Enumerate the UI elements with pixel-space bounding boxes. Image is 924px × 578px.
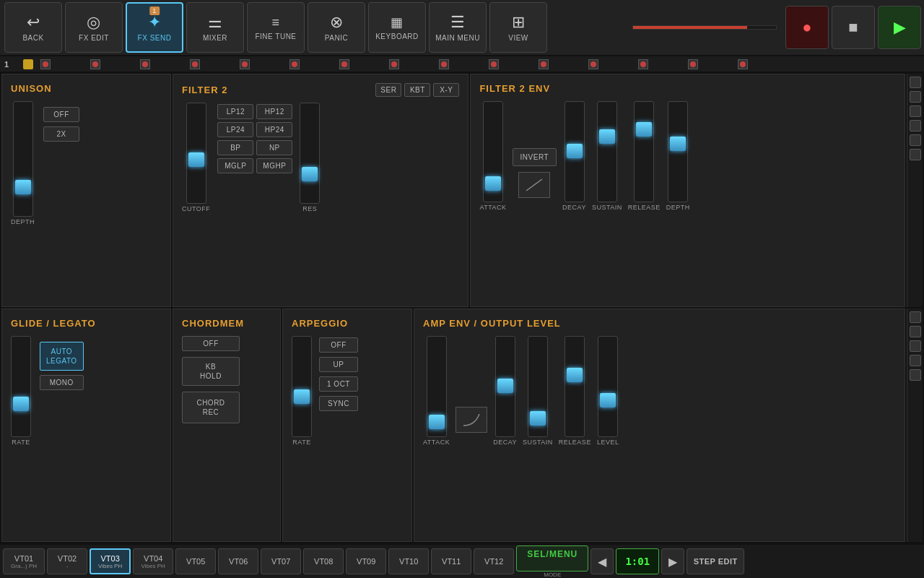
main-menu-button[interactable]: ☰ MAIN MENU xyxy=(429,2,487,53)
vt11-button[interactable]: VT11 xyxy=(431,548,471,574)
filter2env-attack-slider[interactable] xyxy=(483,101,503,202)
fx-edit-button[interactable]: ◎ FX EDIT xyxy=(65,2,123,53)
glide-auto-legato-button[interactable]: AUTOLEGATO xyxy=(40,342,84,371)
side-knob-2[interactable] xyxy=(910,91,921,103)
vt07-button[interactable]: VT07 xyxy=(261,548,301,574)
chordmem-kb-hold-button[interactable]: KBHOLD xyxy=(182,357,240,386)
vt04-button[interactable]: VT04 Vibes PH xyxy=(133,548,173,574)
vt01-button[interactable]: VT01 Gra...) PH xyxy=(3,548,45,574)
ampenv-curve-display xyxy=(456,407,487,433)
side-knob-b2[interactable] xyxy=(910,326,921,337)
side-knob-b1[interactable] xyxy=(910,311,921,323)
channel-btn-15[interactable] xyxy=(688,59,698,69)
nav-next-button[interactable]: ▶ xyxy=(661,548,684,574)
vt05-button[interactable]: VT05 xyxy=(175,548,216,574)
channel-btn-14[interactable] xyxy=(638,59,648,69)
channel-btn-13[interactable] xyxy=(588,59,598,69)
arpeggio-1oct-button[interactable]: 1 OCT xyxy=(319,376,358,392)
filter2-kbt-button[interactable]: KBT xyxy=(404,83,430,97)
unison-off-button[interactable]: OFF xyxy=(43,107,79,122)
vt12-button[interactable]: VT12 xyxy=(474,548,514,574)
arpeggio-sync-button[interactable]: SYNC xyxy=(319,396,358,411)
arpeggio-panel: ARPEGGIO RATE OFF UP 1 OCT SYNC xyxy=(282,309,412,542)
channel-btn-12[interactable] xyxy=(539,59,549,69)
filter2-lp12-button[interactable]: LP12 xyxy=(217,104,253,119)
filter2env-depth-slider[interactable] xyxy=(668,101,688,202)
right-sidebar-bottom xyxy=(907,309,923,542)
filter2-res-slider[interactable] xyxy=(300,103,320,204)
panic-button[interactable]: ⊗ PANIC xyxy=(308,2,365,53)
ampenv-attack-slider[interactable] xyxy=(427,336,447,437)
channel-btn-4[interactable] xyxy=(140,59,150,69)
chordmem-off-button[interactable]: OFF xyxy=(182,336,240,351)
filter2env-invert-button[interactable]: INVERT xyxy=(513,148,557,166)
channel-btn-16[interactable] xyxy=(738,59,748,69)
ampenv-release-slider[interactable] xyxy=(565,336,585,437)
side-knob-6[interactable] xyxy=(910,149,921,160)
filter2env-decay-slider[interactable] xyxy=(565,101,585,202)
transport-controls: ● ■ ▶ xyxy=(632,6,921,49)
fine-tune-button[interactable]: ≡ FINE TUNE xyxy=(247,2,305,53)
unison-depth-slider[interactable] xyxy=(13,101,33,217)
step-edit-button[interactable]: STEP EDIT xyxy=(687,548,744,574)
glide-mono-button[interactable]: MONO xyxy=(40,375,84,390)
unison-buttons: OFF 2X xyxy=(43,107,79,142)
filter2-mglp-button[interactable]: MGLP xyxy=(217,158,253,173)
channel-btn-9[interactable] xyxy=(389,59,399,69)
mode-label: MODE xyxy=(544,571,561,578)
vt03-button[interactable]: VT03 Vibes PH xyxy=(90,548,131,574)
arpeggio-up-button[interactable]: UP xyxy=(319,357,358,372)
side-knob-4[interactable] xyxy=(910,120,921,131)
filter2-mghp-button[interactable]: MGHP xyxy=(256,158,292,173)
nav-prev-button[interactable]: ◀ xyxy=(590,548,614,574)
side-knob-b3[interactable] xyxy=(910,340,921,352)
vt09-button[interactable]: VT09 xyxy=(346,548,386,574)
channel-btn-10[interactable] xyxy=(439,59,449,69)
play-button[interactable]: ▶ xyxy=(878,6,921,49)
side-knob-b4[interactable] xyxy=(910,355,921,366)
filter2env-curve-icon xyxy=(523,176,545,194)
arpeggio-off-button[interactable]: OFF xyxy=(319,337,358,353)
chordmem-chord-rec-button[interactable]: CHORDREC xyxy=(182,392,240,423)
filter2env-sustain-slider[interactable] xyxy=(597,101,617,202)
keyboard-button[interactable]: ▦ KEYBOARD xyxy=(368,2,426,53)
view-button[interactable]: ⊞ VIEW xyxy=(489,2,547,53)
mixer-button[interactable]: ⚌ MIXER xyxy=(186,2,244,53)
channel-btn-8[interactable] xyxy=(339,59,349,69)
sel-menu-button[interactable]: SEL/MENU xyxy=(516,545,588,571)
glide-rate-slider[interactable] xyxy=(11,336,31,437)
filter2env-release-slider[interactable] xyxy=(634,101,654,202)
stop-button[interactable]: ■ xyxy=(832,6,875,49)
filter2-cutoff-slider[interactable] xyxy=(186,103,206,204)
channel-btn-5[interactable] xyxy=(190,59,200,69)
vt02-button[interactable]: VT02 - xyxy=(47,548,87,574)
side-knob-1[interactable] xyxy=(910,77,921,88)
filter2-ser-button[interactable]: SER xyxy=(375,83,401,97)
arpeggio-rate-slider[interactable] xyxy=(292,336,312,437)
vt08-button[interactable]: VT08 xyxy=(303,548,344,574)
ampenv-level-slider[interactable] xyxy=(598,336,618,437)
side-knob-5[interactable] xyxy=(910,134,921,146)
filter2-np-button[interactable]: NP xyxy=(256,140,292,155)
record-button[interactable]: ● xyxy=(785,6,829,49)
filter2-xy-button[interactable]: X-Y xyxy=(433,83,459,97)
side-knob-b5[interactable] xyxy=(910,369,921,381)
vt06-button[interactable]: VT06 xyxy=(218,548,258,574)
channel-active-indicator[interactable] xyxy=(23,59,33,69)
channel-btn-7[interactable] xyxy=(289,59,300,69)
filter2-hp24-button[interactable]: HP24 xyxy=(256,122,292,137)
filter2-hp12-button[interactable]: HP12 xyxy=(256,104,292,119)
ampenv-decay-slider[interactable] xyxy=(495,336,515,437)
ampenv-sustain-slider[interactable] xyxy=(528,336,548,437)
filter2-bp-button[interactable]: BP xyxy=(217,140,253,155)
channel-btn-11[interactable] xyxy=(489,59,499,69)
channel-btn-6[interactable] xyxy=(240,59,250,69)
back-button[interactable]: ↩ BACK xyxy=(4,2,62,53)
unison-2x-button[interactable]: 2X xyxy=(43,126,79,142)
channel-btn-2[interactable] xyxy=(40,59,51,69)
fx-send-button[interactable]: ✦ FX SEND 1 xyxy=(126,2,183,53)
side-knob-3[interactable] xyxy=(910,105,921,117)
filter2-lp24-button[interactable]: LP24 xyxy=(217,122,253,137)
vt10-button[interactable]: VT10 xyxy=(388,548,429,574)
channel-btn-3[interactable] xyxy=(90,59,100,69)
